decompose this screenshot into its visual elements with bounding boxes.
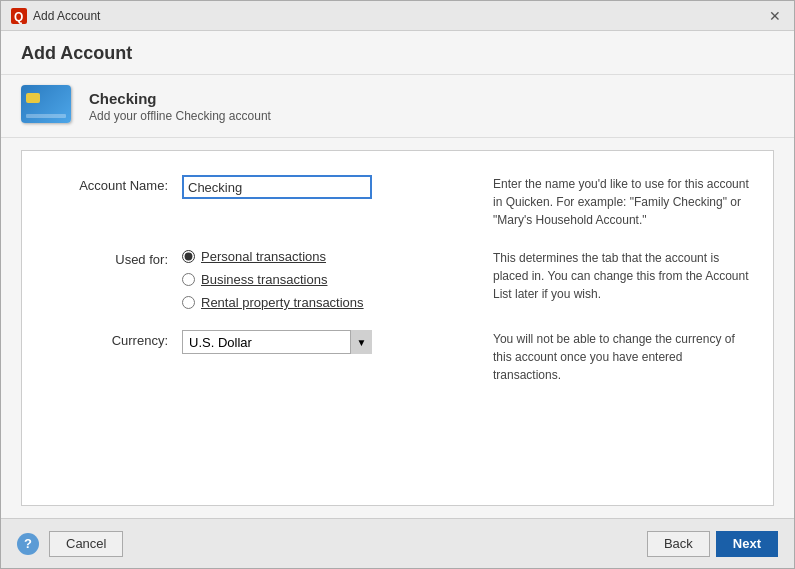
account-type-name: Checking — [89, 90, 271, 107]
radio-personal-input[interactable] — [182, 250, 195, 263]
back-button[interactable]: Back — [647, 531, 710, 557]
footer-left: ? Cancel — [17, 531, 123, 557]
add-account-dialog: Q Add Account ✕ Add Account Checking Add… — [0, 0, 795, 569]
currency-row: Currency: U.S. Dollar Euro British Pound… — [42, 330, 753, 384]
radio-rental-label: Rental property transactions — [201, 295, 364, 310]
form-area: Account Name: Enter the name you'd like … — [21, 150, 774, 506]
account-name-help: Enter the name you'd like to use for thi… — [473, 175, 753, 229]
account-name-row: Account Name: Enter the name you'd like … — [42, 175, 753, 229]
title-bar: Q Add Account ✕ — [1, 1, 794, 31]
account-icon — [21, 85, 73, 127]
app-icon: Q — [11, 8, 27, 24]
title-bar-left: Q Add Account — [11, 8, 100, 24]
currency-help: You will not be able to change the curre… — [473, 330, 753, 384]
radio-personal[interactable]: Personal transactions — [182, 249, 473, 264]
currency-control-area: U.S. Dollar Euro British Pound Canadian … — [182, 330, 473, 354]
account-header: Checking Add your offline Checking accou… — [1, 75, 794, 138]
currency-select-wrapper: U.S. Dollar Euro British Pound Canadian … — [182, 330, 372, 354]
currency-label: Currency: — [42, 330, 182, 348]
radio-rental[interactable]: Rental property transactions — [182, 295, 473, 310]
page-title: Add Account — [21, 43, 774, 64]
account-header-text: Checking Add your offline Checking accou… — [89, 90, 271, 123]
svg-text:Q: Q — [14, 10, 23, 24]
radio-rental-input[interactable] — [182, 296, 195, 309]
footer: ? Cancel Back Next — [1, 518, 794, 568]
radio-business-input[interactable] — [182, 273, 195, 286]
next-button[interactable]: Next — [716, 531, 778, 557]
currency-select[interactable]: U.S. Dollar Euro British Pound Canadian … — [182, 330, 372, 354]
account-description: Add your offline Checking account — [89, 109, 271, 123]
help-button[interactable]: ? — [17, 533, 39, 555]
radio-business-label: Business transactions — [201, 272, 327, 287]
used-for-label: Used for: — [42, 249, 182, 267]
radio-personal-label: Personal transactions — [201, 249, 326, 264]
footer-right: Back Next — [647, 531, 778, 557]
used-for-control-area: Personal transactions Business transacti… — [182, 249, 473, 310]
account-name-input[interactable] — [182, 175, 372, 199]
radio-group: Personal transactions Business transacti… — [182, 249, 473, 310]
radio-business[interactable]: Business transactions — [182, 272, 473, 287]
used-for-row: Used for: Personal transactions Business… — [42, 249, 753, 310]
close-button[interactable]: ✕ — [766, 7, 784, 25]
account-name-label: Account Name: — [42, 175, 182, 193]
page-title-section: Add Account — [1, 31, 794, 75]
card-graphic — [21, 85, 71, 123]
account-name-control-area — [182, 175, 473, 199]
title-bar-text: Add Account — [33, 9, 100, 23]
used-for-help: This determines the tab that the account… — [473, 249, 753, 303]
cancel-button[interactable]: Cancel — [49, 531, 123, 557]
